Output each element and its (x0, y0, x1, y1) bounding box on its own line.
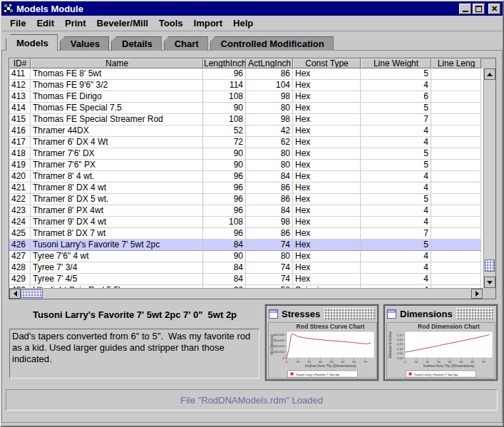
table-row-422[interactable]: 422Thramer 8' DX 5 wt.9686Hex5 (9, 194, 481, 205)
cell-line-weight[interactable]: 6 (361, 91, 431, 103)
cell-id[interactable]: 421 (9, 182, 31, 194)
cell-line-leng[interactable] (431, 137, 481, 148)
column-header-line-weight[interactable]: Line Weight (361, 58, 431, 68)
cell-id[interactable]: 429 (9, 274, 31, 285)
cell-line-weight[interactable]: 7 (361, 114, 431, 125)
cell-actlnginch[interactable]: 62 (246, 137, 293, 148)
cell-name[interactable]: Thramer 7'6" PX (31, 160, 203, 171)
cell-line-leng[interactable] (431, 125, 481, 137)
cell-actlnginch[interactable]: 80 (246, 103, 293, 114)
scroll-down-button[interactable] (484, 277, 495, 288)
cell-name[interactable]: Tyree 7'6" 4 wt (31, 251, 203, 262)
menu-item-beveler-mill[interactable]: Beveler/Mill (94, 16, 151, 30)
table-row-428[interactable]: 428Tyree 7' 3/48474Hex4 (9, 262, 481, 274)
cell-lengthinch[interactable]: 96 (203, 228, 246, 240)
cell-name[interactable]: Thramer 7'6' DX (31, 148, 203, 160)
cell-const-type[interactable]: Hex (293, 68, 361, 80)
cell-line-leng[interactable] (431, 217, 481, 228)
cell-name[interactable]: Thramer 8' 4 wt. (31, 171, 203, 182)
cell-const-type[interactable]: Hex (293, 240, 361, 251)
cell-lengthinch[interactable]: 90 (203, 160, 246, 171)
tab-values[interactable]: Values (60, 36, 109, 51)
cell-const-type[interactable]: Hex (293, 251, 361, 262)
cell-line-leng[interactable] (431, 194, 481, 205)
cell-id[interactable]: 425 (9, 228, 31, 240)
cell-name[interactable]: Thramer 8' DX 4 wt (31, 182, 203, 194)
table-row-416[interactable]: 416Thramer 44DX5242Hex4 (9, 125, 481, 137)
cell-actlnginch[interactable]: 86 (246, 182, 293, 194)
cell-id[interactable]: 412 (9, 80, 31, 91)
cell-name[interactable]: Thomas FE Special 7.5 (31, 103, 203, 114)
cell-line-weight[interactable]: 5 (361, 194, 431, 205)
cell-id[interactable]: 416 (9, 125, 31, 137)
cell-const-type[interactable]: Hex (293, 91, 361, 103)
cell-name[interactable]: Thomas FE 8' 5wt (31, 68, 203, 80)
cell-lengthinch[interactable]: 90 (203, 251, 246, 262)
tab-models[interactable]: Models (6, 34, 58, 51)
cell-line-leng[interactable] (431, 68, 481, 80)
table-row-412[interactable]: 412Thomas FE 9'6" 3/2114104Hex4 (9, 80, 481, 91)
table-row-415[interactable]: 415Thomas FE Special Streamer Rod10898He… (9, 114, 481, 125)
cell-actlnginch[interactable]: 80 (246, 251, 293, 262)
cell-line-weight[interactable]: 4 (361, 125, 431, 137)
cell-actlnginch[interactable]: 84 (246, 171, 293, 182)
column-header-lengthinch[interactable]: LengthInch (203, 58, 246, 68)
cell-line-leng[interactable] (431, 240, 481, 251)
cell-line-weight[interactable]: 4 (361, 205, 431, 217)
table-row-423[interactable]: 423Thramer 8' PX 4wt9684Hex4 (9, 205, 481, 217)
table-row-413[interactable]: 413Thomas FE Dirigo10898Hex6 (9, 91, 481, 103)
cell-id[interactable]: 427 (9, 251, 31, 262)
scroll-up-button[interactable] (484, 68, 495, 80)
cell-name[interactable]: Thramer 44DX (31, 125, 203, 137)
cell-name[interactable]: Tusoni Larry's Favorite 7' 5wt 2pc (31, 240, 203, 251)
cell-lengthinch[interactable]: 96 (203, 182, 246, 194)
table-row-426[interactable]: 426Tusoni Larry's Favorite 7' 5wt 2pc847… (9, 240, 481, 251)
cell-actlnginch[interactable]: 104 (246, 80, 293, 91)
close-button[interactable]: ✕ (488, 4, 500, 14)
cell-name[interactable]: Thomas FE 9'6" 3/2 (31, 80, 203, 91)
cell-const-type[interactable]: Hex (293, 137, 361, 148)
cell-line-weight[interactable]: 5 (361, 68, 431, 80)
horizontal-scrollbar[interactable] (9, 288, 483, 299)
table-row-420[interactable]: 420Thramer 8' 4 wt.9684Hex4 (9, 171, 481, 182)
cell-actlnginch[interactable]: 86 (246, 228, 293, 240)
cell-line-leng[interactable] (431, 205, 481, 217)
cell-lengthinch[interactable]: 108 (203, 91, 246, 103)
cell-lengthinch[interactable]: 84 (203, 240, 246, 251)
cell-const-type[interactable]: Hex (293, 125, 361, 137)
cell-actlnginch[interactable]: 86 (246, 194, 293, 205)
tab-details[interactable]: Details (111, 36, 162, 51)
tab-chart[interactable]: Chart (164, 36, 208, 51)
vertical-scrollbar[interactable] (483, 68, 495, 288)
scroll-right-button[interactable] (471, 289, 483, 299)
table-row-414[interactable]: 414Thomas FE Special 7.59080Hex5 (9, 103, 481, 114)
cell-line-weight[interactable]: 4 (361, 80, 431, 91)
cell-name[interactable]: Thomas FE Special Streamer Rod (31, 114, 203, 125)
cell-lengthinch[interactable]: 84 (203, 274, 246, 285)
cell-actlnginch[interactable]: 80 (246, 148, 293, 160)
cell-id[interactable]: 422 (9, 194, 31, 205)
vertical-scroll-thumb[interactable] (485, 259, 495, 272)
menu-item-help[interactable]: Help (230, 16, 256, 30)
cell-line-weight[interactable]: 4 (361, 137, 431, 148)
cell-line-weight[interactable]: 4 (361, 274, 431, 285)
tab-controlled-modification[interactable]: Controlled Modification (210, 36, 334, 51)
cell-const-type[interactable]: Hex (293, 205, 361, 217)
cell-id[interactable]: 413 (9, 91, 31, 103)
maximize-button[interactable] (473, 4, 485, 14)
cell-lengthinch[interactable]: 96 (203, 171, 246, 182)
cell-lengthinch[interactable]: 52 (203, 125, 246, 137)
cell-id[interactable]: 417 (9, 137, 31, 148)
table-row-411[interactable]: 411Thomas FE 8' 5wt9686Hex5 (9, 68, 481, 80)
cell-lengthinch[interactable]: 90 (203, 103, 246, 114)
cell-const-type[interactable]: Hex (293, 114, 361, 125)
cell-id[interactable]: 428 (9, 262, 31, 274)
cell-line-weight[interactable]: 5 (361, 103, 431, 114)
cell-line-weight[interactable]: 4 (361, 251, 431, 262)
cell-actlnginch[interactable]: 86 (246, 68, 293, 80)
cell-lengthinch[interactable]: 96 (203, 205, 246, 217)
cell-lengthinch[interactable]: 114 (203, 80, 246, 91)
cell-line-leng[interactable] (431, 171, 481, 182)
cell-line-leng[interactable] (431, 228, 481, 240)
cell-id[interactable]: 414 (9, 103, 31, 114)
